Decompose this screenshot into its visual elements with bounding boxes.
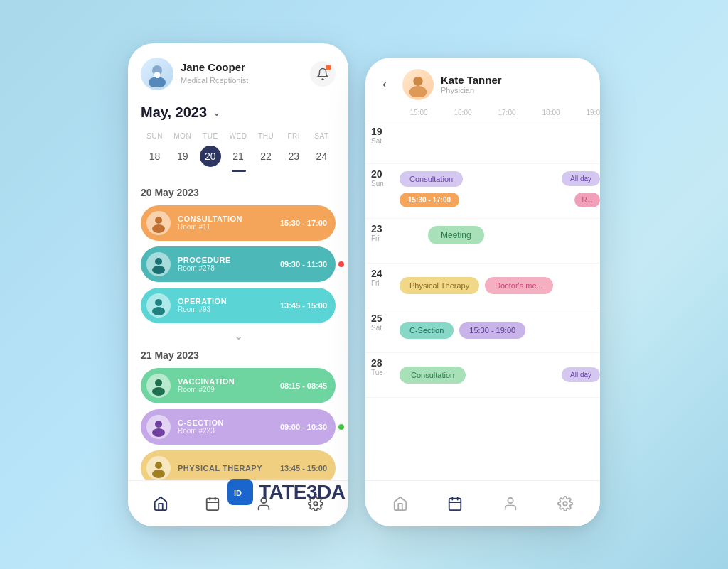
day-19[interactable]: 19 xyxy=(172,146,193,167)
time-1900: 19:00 xyxy=(573,109,600,116)
appt-avatar-operation xyxy=(146,293,171,318)
appt-avatar-physical-therapy xyxy=(146,456,171,480)
cal-row-24: 24 Fri Physical Therapy Doctor's me... xyxy=(365,264,600,308)
row-events-24: Physical Therapy Doctor's me... xyxy=(400,268,600,303)
svg-point-29 xyxy=(564,502,568,506)
time-header: 15:00 16:00 17:00 18:00 19:00 xyxy=(365,107,600,121)
notification-bell[interactable] xyxy=(310,61,336,87)
svg-point-6 xyxy=(155,258,162,265)
date-label-20: 20 May 2023 xyxy=(141,187,336,198)
svg-rect-3 xyxy=(156,75,159,78)
appt-csection[interactable]: C-SECTION Room #223 09:00 - 10:30 xyxy=(141,409,336,445)
date-section-20: 20 May 2023 CONSULTATION Room #11 15:30 … xyxy=(141,187,336,323)
event-csection-time[interactable]: 15:30 - 19:00 xyxy=(459,322,525,339)
right-nav-calendar[interactable] xyxy=(442,491,468,516)
svg-point-8 xyxy=(155,299,162,306)
appt-info-vaccination: VACCINATION Room #209 xyxy=(178,377,280,394)
user-role: Medical Rceptionist xyxy=(181,76,248,85)
day-labels: SUN MON TUE WED THU FRI SAT xyxy=(141,132,336,140)
event-consultation-28[interactable]: Consultation xyxy=(400,367,466,384)
event-meeting-label: Meeting xyxy=(428,226,484,244)
event-physical-therapy-label: Physical Therapy xyxy=(400,277,479,294)
event-consultation-allday[interactable]: Consultation All day xyxy=(400,171,600,187)
svg-point-15 xyxy=(152,470,165,478)
time-1700: 17:00 xyxy=(485,109,529,116)
svg-point-5 xyxy=(152,224,165,233)
event-doctors-meeting[interactable]: Doctor's me... xyxy=(485,277,553,294)
user-name-role: Jane Cooper Medical Rceptionist xyxy=(181,61,248,86)
appt-avatar-procedure xyxy=(146,252,171,276)
month-chevron-icon[interactable]: ⌄ xyxy=(213,107,221,118)
appt-info-procedure: PROCEDURE Room #278 xyxy=(178,256,280,272)
back-button[interactable]: ‹ xyxy=(374,74,395,95)
svg-point-13 xyxy=(152,428,165,437)
event-allday-badge: All day xyxy=(562,171,600,186)
day-20-active[interactable]: 20 xyxy=(200,146,221,167)
expand-arrow[interactable]: ⌄ xyxy=(141,329,336,342)
right-nav-profile[interactable] xyxy=(498,491,523,516)
right-nav-home[interactable] xyxy=(387,491,413,516)
day-fri: FRI xyxy=(280,132,308,140)
left-header: Jane Cooper Medical Rceptionist xyxy=(141,58,336,90)
event-r[interactable]: R... xyxy=(574,193,600,207)
time-1800: 18:00 xyxy=(529,109,573,116)
svg-point-1 xyxy=(149,77,166,87)
notification-dot xyxy=(326,65,331,70)
appt-avatar-consultation xyxy=(146,211,171,235)
procedure-dot xyxy=(338,261,344,267)
row-date-24: 24 Fri xyxy=(365,268,400,287)
day-21[interactable]: 21 xyxy=(228,146,249,167)
appt-info-csection: C-SECTION Room #223 xyxy=(178,418,280,435)
right-header: ‹ Kate Tanner Physician xyxy=(365,58,600,107)
event-csection-label: C-Section xyxy=(400,322,454,339)
day-24[interactable]: 24 xyxy=(311,146,332,167)
day-wed: WED xyxy=(224,132,252,140)
event-allday-28: All day xyxy=(562,367,600,382)
nav-home[interactable] xyxy=(148,491,173,516)
day-numbers: 18 19 20 21 22 23 24 xyxy=(141,146,336,167)
event-csection-time-label: 15:30 - 19:00 xyxy=(459,322,525,339)
row-date-25: 25 Sat xyxy=(365,313,400,332)
right-nav-settings[interactable] xyxy=(552,491,578,516)
avatar xyxy=(141,58,173,90)
event-doctors-label: Doctor's me... xyxy=(485,277,553,294)
day-thu: THU xyxy=(252,132,280,140)
row-events-28: Consultation All day xyxy=(400,357,600,393)
svg-point-14 xyxy=(155,462,162,469)
day-sat: SAT xyxy=(308,132,336,140)
logo-icon: ID xyxy=(228,479,253,505)
event-r-label: R... xyxy=(574,193,600,207)
day-23[interactable]: 23 xyxy=(283,146,304,167)
appt-info-consultation: CONSULTATION Room #11 xyxy=(178,215,280,231)
svg-point-22 xyxy=(413,76,422,85)
event-1530[interactable]: 15:30 - 17:00 xyxy=(400,193,459,207)
cal-row-25: 25 Sat C-Section 15:30 - 19:00 xyxy=(365,308,600,353)
month-selector[interactable]: May, 2023 ⌄ xyxy=(141,104,336,121)
event-physical-therapy[interactable]: Physical Therapy xyxy=(400,277,479,294)
svg-point-9 xyxy=(152,307,165,315)
day-22[interactable]: 22 xyxy=(255,146,277,167)
event-csection[interactable]: C-Section xyxy=(400,322,454,339)
day-tue: TUE xyxy=(196,132,224,140)
right-user-role: Physician xyxy=(441,86,502,94)
day-18[interactable]: 18 xyxy=(144,146,166,167)
calendar-week: SUN MON TUE WED THU FRI SAT 18 19 20 21 … xyxy=(141,132,336,175)
right-user-name-role: Kate Tanner Physician xyxy=(441,74,502,94)
event-meeting[interactable]: Meeting xyxy=(428,226,484,244)
svg-rect-16 xyxy=(207,498,219,510)
row-date-28: 28 Tue xyxy=(365,357,400,376)
appt-procedure[interactable]: PROCEDURE Room #278 09:30 - 11:30 xyxy=(141,246,336,282)
appt-vaccination[interactable]: VACCINATION Room #209 08:15 - 08:45 xyxy=(141,368,336,403)
svg-point-23 xyxy=(410,85,427,97)
appt-physical-therapy[interactable]: PHYSICAL THERAPY 13:45 - 15:00 xyxy=(141,450,336,480)
appt-operation[interactable]: OPERATION Room #93 13:45 - 15:00 xyxy=(141,288,336,323)
svg-point-10 xyxy=(155,379,162,386)
event-consultation-28-label: Consultation xyxy=(400,367,466,384)
date-section-21: 21 May 2023 VACCINATION Room #209 08:15 … xyxy=(141,349,336,480)
appt-info-physical-therapy: PHYSICAL THERAPY xyxy=(178,464,280,472)
appt-consultation[interactable]: CONSULTATION Room #11 15:30 - 17:00 xyxy=(141,205,336,241)
nav-calendar[interactable] xyxy=(200,491,225,516)
user-profile: Jane Cooper Medical Rceptionist xyxy=(141,58,248,90)
event-allday-28-label: All day xyxy=(562,367,600,382)
svg-point-28 xyxy=(508,497,513,502)
